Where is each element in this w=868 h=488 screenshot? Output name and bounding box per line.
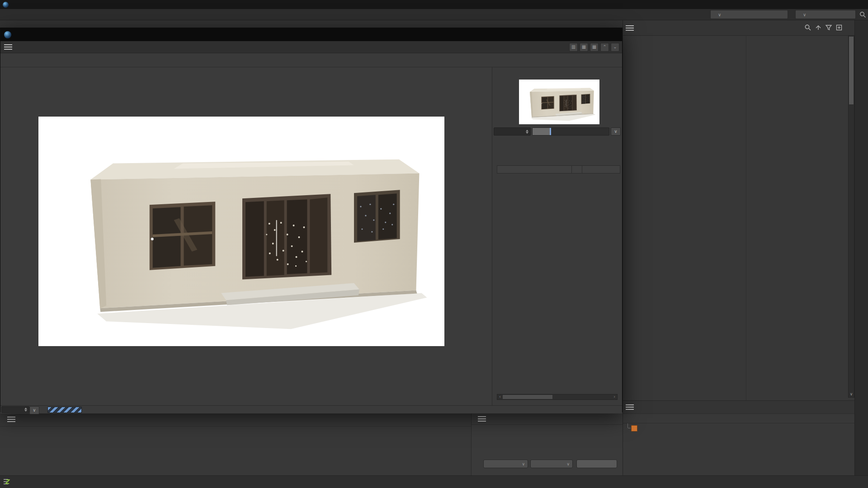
navigator-thumbnail[interactable] xyxy=(519,80,599,124)
search-icon[interactable] xyxy=(804,24,811,31)
menubar-right: ∨ ∨ xyxy=(707,10,866,19)
pv-maximize-button[interactable] xyxy=(584,30,599,40)
chevron-down-icon: ∨ xyxy=(566,462,570,466)
add-panel-icon[interactable] xyxy=(835,24,843,31)
render-canvas xyxy=(0,67,492,405)
sidebar-hscrollbar[interactable]: ‹ › xyxy=(497,394,618,400)
scroll-down-icon[interactable]: ⌄ xyxy=(611,43,619,52)
statusbar-zoom-field[interactable] xyxy=(1,406,29,413)
panel-grid-icon[interactable]: ▦ xyxy=(580,43,588,52)
hamburger-icon[interactable] xyxy=(626,25,634,31)
scroll-down-icon[interactable]: ∨ xyxy=(849,392,854,396)
maximize-button[interactable] xyxy=(835,0,853,9)
rendered-image xyxy=(38,117,444,346)
window-titlebar xyxy=(0,0,868,9)
scroll-right-icon[interactable]: › xyxy=(612,394,617,399)
tree-guide xyxy=(625,423,631,432)
zoom-preset-dropdown[interactable]: ∨ xyxy=(29,406,39,414)
chevron-down-icon: ∨ xyxy=(803,12,806,17)
apply-button[interactable] xyxy=(576,460,617,468)
picture-viewer-icon xyxy=(4,31,11,38)
picture-viewer-sidebar: ∨ ‹ › xyxy=(492,67,622,405)
plugin-z-logo-icon xyxy=(4,478,12,486)
layer-color-chip[interactable] xyxy=(631,425,637,432)
status-bar-bottom xyxy=(0,475,868,488)
cinema4d-app: ∨ ∨ xyxy=(0,0,868,488)
coordinate-mode-select[interactable]: ∨ xyxy=(483,460,528,468)
hamburger-icon[interactable] xyxy=(7,417,15,422)
hamburger-icon[interactable] xyxy=(626,404,634,410)
coordinates-panel: ∨ ∨ xyxy=(471,412,623,475)
object-manager xyxy=(623,20,854,400)
materials-menubar xyxy=(0,413,471,427)
scroll-up-icon[interactable]: ⌃ xyxy=(600,43,609,52)
scroll-left-icon[interactable]: ‹ xyxy=(497,394,503,399)
pv-close-button[interactable] xyxy=(605,30,620,40)
layers-header xyxy=(623,414,854,423)
spinner-icon[interactable] xyxy=(24,408,27,412)
picture-viewer-statusbar: ∨ xyxy=(0,405,622,413)
filter-icon[interactable] xyxy=(825,24,832,31)
close-button[interactable] xyxy=(854,0,868,9)
search-icon[interactable] xyxy=(859,11,866,18)
object-manager-scrollbar[interactable]: ∨ xyxy=(848,35,854,398)
divider xyxy=(472,424,623,425)
size-mode-select[interactable]: ∨ xyxy=(530,460,573,468)
picture-viewer-toolbar xyxy=(0,53,622,67)
layers-menubar xyxy=(623,401,854,414)
layer-row[interactable] xyxy=(623,423,854,433)
picture-viewer-window: ▥ ▦ ▦ ⌃ ⌄ xyxy=(0,28,623,412)
chevron-down-icon: ∨ xyxy=(718,12,721,17)
app-logo-icon xyxy=(3,2,9,8)
split-view-icon[interactable]: ▥ xyxy=(569,43,578,52)
navigator-zoom-slider[interactable] xyxy=(532,127,609,136)
node-space-select[interactable]: ∨ xyxy=(710,10,788,19)
render-progress-bar xyxy=(47,407,82,413)
pv-minimize-button[interactable] xyxy=(563,30,579,40)
zoom-preset-dropdown[interactable]: ∨ xyxy=(611,127,621,136)
panel-grid-icon[interactable]: ▦ xyxy=(590,43,599,52)
layers-panel xyxy=(623,400,854,475)
history-table-header xyxy=(497,166,620,173)
history-table xyxy=(497,165,620,174)
object-manager-menubar xyxy=(623,20,854,36)
picture-viewer-titlebar[interactable] xyxy=(0,28,622,41)
chevron-down-icon: ∨ xyxy=(522,462,525,466)
materials-panel xyxy=(0,412,471,475)
right-tab-strip xyxy=(854,20,868,475)
spinner-icon[interactable] xyxy=(526,130,528,134)
scrollbar-thumb[interactable] xyxy=(849,37,854,104)
layout-select[interactable]: ∨ xyxy=(795,10,856,19)
navigator-zoom-field[interactable] xyxy=(494,127,531,136)
minimize-button[interactable] xyxy=(814,0,832,9)
slider-handle[interactable] xyxy=(550,128,551,135)
scrollbar-thumb[interactable] xyxy=(503,395,552,399)
main-toolbar xyxy=(0,20,623,28)
object-tree xyxy=(623,35,848,400)
hamburger-icon[interactable] xyxy=(478,416,486,422)
hamburger-icon[interactable] xyxy=(4,44,12,50)
tree-column-divider xyxy=(746,35,746,400)
picture-viewer-menubar: ▥ ▦ ▦ ⌃ ⌄ xyxy=(0,41,622,53)
import-icon[interactable] xyxy=(815,24,822,31)
